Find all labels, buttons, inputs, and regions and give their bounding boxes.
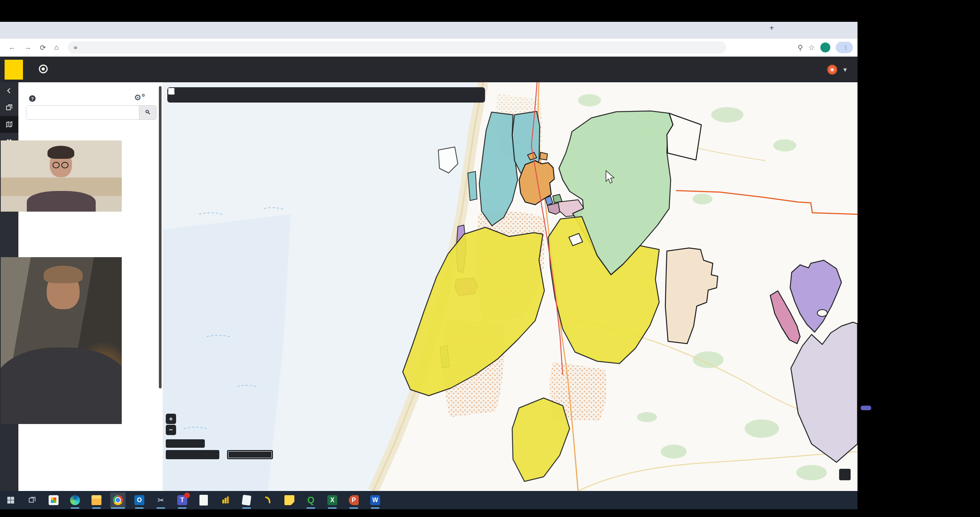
edge-icon[interactable] <box>67 493 83 508</box>
sidebar-scrollbar[interactable] <box>159 86 162 388</box>
ms-store-icon[interactable] <box>46 493 61 508</box>
site-info-icon[interactable]: ≑ <box>73 44 78 51</box>
scale-bar <box>227 450 273 459</box>
attribution-button[interactable] <box>839 469 851 480</box>
user-avatar: ◉ <box>827 65 837 75</box>
groundmapper-pin-icon: ⦿ <box>38 64 48 75</box>
zoom-controls: + − <box>166 414 176 435</box>
powerpoint-icon[interactable]: P <box>346 493 361 508</box>
participant-hair <box>44 266 83 283</box>
map-canvas[interactable]: + − <box>163 82 858 491</box>
taskbar: O ✂︎ T Q X P W <box>0 491 858 509</box>
outlook-icon[interactable]: O <box>132 493 147 508</box>
chevron-down-icon: ▾ <box>843 65 847 74</box>
zoom-in-icon[interactable] <box>225 89 236 101</box>
map-toolbar <box>167 87 485 103</box>
search-button[interactable]: 🔍︎ <box>139 106 156 119</box>
participant-name-badge <box>861 406 871 410</box>
locate-target-icon[interactable] <box>433 89 445 101</box>
start-button-icon[interactable] <box>3 493 18 508</box>
report-document-icon[interactable] <box>346 89 358 101</box>
participant-torso <box>27 191 96 212</box>
new-tab-button[interactable]: + <box>769 24 774 33</box>
excel-icon[interactable]: X <box>325 493 340 508</box>
file-explorer-icon[interactable] <box>89 493 104 508</box>
password-key-icon[interactable]: ⚲ <box>798 43 803 52</box>
info-icon[interactable] <box>381 89 393 101</box>
savills-logo <box>5 60 23 80</box>
project-settings-icon[interactable]: ⚙⚙ <box>134 93 145 102</box>
power-bi-icon[interactable] <box>217 493 233 508</box>
participant-hair <box>47 146 74 159</box>
teams-icon[interactable]: T <box>175 493 190 508</box>
notepad-icon[interactable] <box>196 493 211 508</box>
participant-video-milo[interactable] <box>1 257 122 424</box>
annotation-layers-icon[interactable] <box>0 99 18 116</box>
sticky-notes-icon[interactable] <box>282 493 297 508</box>
select-area-icon[interactable] <box>329 89 341 101</box>
snap-magnet-icon[interactable] <box>468 89 480 101</box>
participant-torso <box>1 347 122 424</box>
back-icon[interactable]: ← <box>8 43 16 52</box>
search-input[interactable] <box>26 106 139 119</box>
qgis-icon[interactable]: Q <box>303 493 318 508</box>
tab-strip <box>0 22 858 39</box>
measure-ruler-icon[interactable] <box>294 89 306 101</box>
user-menu[interactable]: ◉ ▾ <box>827 65 847 75</box>
zoom-out-button[interactable]: − <box>166 425 176 435</box>
coordinates-readout <box>166 439 205 448</box>
participant-video-harry[interactable] <box>1 140 122 212</box>
claw-tool-icon[interactable] <box>260 493 276 508</box>
history-back-icon[interactable] <box>190 89 201 101</box>
chrome-icon[interactable] <box>110 493 126 508</box>
groundmapper-brand: ⦿ <box>38 64 51 75</box>
browser-toolbar: ← → ⟳ ⌂ ≑ ⚲ ☆ ⋮ <box>0 39 858 57</box>
video-call-panel <box>858 0 980 517</box>
reload-icon[interactable]: ⟳ <box>40 43 46 52</box>
collapse-panel-icon[interactable] <box>0 82 18 99</box>
profile-avatar[interactable] <box>820 42 830 52</box>
history-forward-icon[interactable] <box>207 89 219 101</box>
app-header: ⦿ ◉ ▾ <box>0 57 858 82</box>
search-icon: 🔍︎ <box>145 109 151 116</box>
browser-menu-icon[interactable]: ⋮ <box>843 44 849 51</box>
zoom-out-icon[interactable] <box>242 89 253 101</box>
export-document-icon[interactable] <box>364 89 376 101</box>
bookmark-star-icon[interactable]: ☆ <box>808 43 815 52</box>
screen: + — ❐ ✕ ← → ⟳ ⌂ ≑ ⚲ ☆ ⋮ ⦿ <box>0 0 980 517</box>
location-search: 🔍︎ <box>26 105 157 120</box>
word-icon[interactable]: W <box>368 493 383 508</box>
relaunch-button[interactable]: ⋮ <box>836 42 853 53</box>
print-icon[interactable] <box>399 89 410 101</box>
help-icon[interactable]: ? <box>29 95 36 102</box>
home-icon[interactable]: ⌂ <box>54 43 59 52</box>
map-render <box>163 82 858 491</box>
layers-icon[interactable] <box>451 89 462 101</box>
teams-badge <box>184 493 190 498</box>
scale-readout <box>166 450 219 459</box>
measure-angle-icon[interactable] <box>312 89 323 101</box>
photos-icon[interactable] <box>239 493 254 508</box>
task-view-icon[interactable] <box>24 493 40 508</box>
zoom-search-icon[interactable] <box>260 89 271 101</box>
bookmark-icon[interactable] <box>416 89 428 101</box>
map-view-icon[interactable] <box>0 116 18 133</box>
forward-icon[interactable]: → <box>24 43 31 52</box>
snipping-tool-icon[interactable]: ✂︎ <box>153 493 168 508</box>
participant-glasses <box>52 162 69 168</box>
address-bar[interactable]: ≑ <box>68 41 726 54</box>
zoom-in-button[interactable]: + <box>166 414 176 424</box>
zoom-extent-icon[interactable] <box>277 89 288 101</box>
